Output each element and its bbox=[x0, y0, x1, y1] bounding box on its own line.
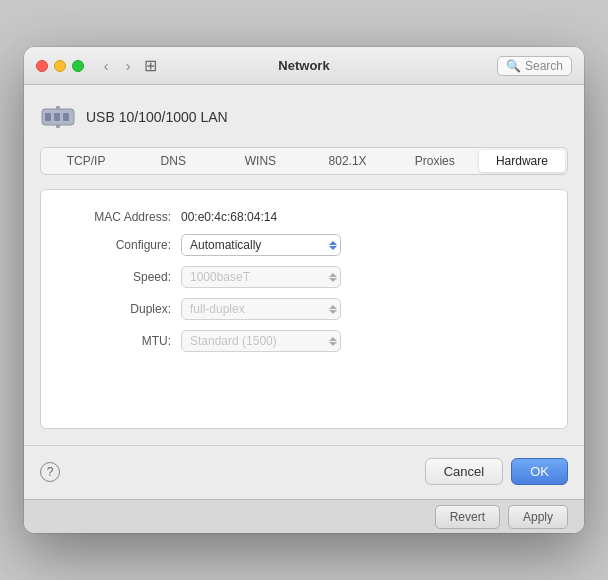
device-header: USB 10/100/1000 LAN bbox=[40, 99, 568, 135]
tab-dot1x[interactable]: 802.1X bbox=[305, 150, 391, 172]
tab-bar: TCP/IP DNS WINS 802.1X Proxies Hardware bbox=[40, 147, 568, 175]
svg-rect-2 bbox=[54, 113, 60, 121]
apply-button[interactable]: Apply bbox=[508, 505, 568, 529]
mtu-select-container: Standard (1500) bbox=[181, 330, 341, 352]
device-name: USB 10/100/1000 LAN bbox=[86, 109, 228, 125]
tab-tcpip[interactable]: TCP/IP bbox=[43, 150, 129, 172]
bottom-bar: Revert Apply bbox=[24, 499, 584, 533]
search-icon: 🔍 bbox=[506, 59, 521, 73]
ok-button[interactable]: OK bbox=[511, 458, 568, 485]
speed-label: Speed: bbox=[61, 270, 181, 284]
maximize-button[interactable] bbox=[72, 60, 84, 72]
titlebar: ‹ › ⊞ Network 🔍 Search bbox=[24, 47, 584, 85]
search-bar[interactable]: 🔍 Search bbox=[497, 56, 572, 76]
cancel-button[interactable]: Cancel bbox=[425, 458, 503, 485]
footer-buttons: Cancel OK bbox=[425, 458, 568, 485]
main-content: USB 10/100/1000 LAN TCP/IP DNS WINS 802.… bbox=[24, 85, 584, 445]
configure-label: Configure: bbox=[61, 238, 181, 252]
help-button[interactable]: ? bbox=[40, 462, 60, 482]
hardware-panel: MAC Address: 00:e0:4c:68:04:14 Configure… bbox=[40, 189, 568, 429]
traffic-lights bbox=[36, 60, 84, 72]
speed-select[interactable]: 1000baseT bbox=[181, 266, 341, 288]
revert-button[interactable]: Revert bbox=[435, 505, 500, 529]
duplex-select-container: full-duplex bbox=[181, 298, 341, 320]
svg-rect-3 bbox=[63, 113, 69, 121]
mtu-label: MTU: bbox=[61, 334, 181, 348]
configure-select-container: Automatically Manually bbox=[181, 234, 341, 256]
configure-row: Configure: Automatically Manually bbox=[61, 234, 547, 256]
search-placeholder: Search bbox=[525, 59, 563, 73]
speed-select-container: 1000baseT bbox=[181, 266, 341, 288]
configure-select[interactable]: Automatically Manually bbox=[181, 234, 341, 256]
mac-address-value: 00:e0:4c:68:04:14 bbox=[181, 210, 277, 224]
mtu-select[interactable]: Standard (1500) bbox=[181, 330, 341, 352]
close-button[interactable] bbox=[36, 60, 48, 72]
speed-row: Speed: 1000baseT bbox=[61, 266, 547, 288]
svg-rect-5 bbox=[56, 124, 60, 128]
mtu-row: MTU: Standard (1500) bbox=[61, 330, 547, 352]
duplex-row: Duplex: full-duplex bbox=[61, 298, 547, 320]
mac-address-row: MAC Address: 00:e0:4c:68:04:14 bbox=[61, 210, 547, 224]
forward-button[interactable]: › bbox=[118, 56, 138, 76]
tab-wins[interactable]: WINS bbox=[217, 150, 303, 172]
network-window: ‹ › ⊞ Network 🔍 Search USB 10/100/ bbox=[24, 47, 584, 533]
dialog-footer: ? Cancel OK bbox=[24, 445, 584, 499]
svg-rect-4 bbox=[56, 106, 60, 110]
window-title: Network bbox=[278, 58, 329, 73]
back-button[interactable]: ‹ bbox=[96, 56, 116, 76]
duplex-select[interactable]: full-duplex bbox=[181, 298, 341, 320]
nav-buttons: ‹ › bbox=[96, 56, 138, 76]
tab-proxies[interactable]: Proxies bbox=[392, 150, 478, 172]
tab-hardware[interactable]: Hardware bbox=[479, 150, 565, 172]
mac-address-label: MAC Address: bbox=[61, 210, 181, 224]
duplex-label: Duplex: bbox=[61, 302, 181, 316]
tab-dns[interactable]: DNS bbox=[130, 150, 216, 172]
minimize-button[interactable] bbox=[54, 60, 66, 72]
apps-grid-icon: ⊞ bbox=[144, 56, 157, 75]
svg-rect-1 bbox=[45, 113, 51, 121]
device-icon bbox=[40, 99, 76, 135]
